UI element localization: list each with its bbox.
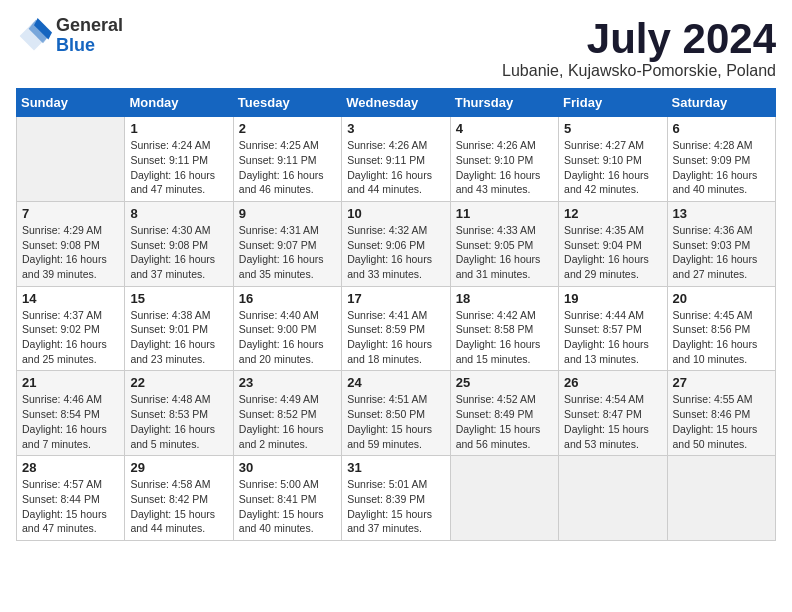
day-number: 16 — [239, 291, 336, 306]
day-info: Sunrise: 4:31 AM Sunset: 9:07 PM Dayligh… — [239, 223, 336, 282]
location-title: Lubanie, Kujawsko-Pomorskie, Poland — [502, 62, 776, 80]
calendar-body: 1Sunrise: 4:24 AM Sunset: 9:11 PM Daylig… — [17, 117, 776, 541]
day-info: Sunrise: 4:37 AM Sunset: 9:02 PM Dayligh… — [22, 308, 119, 367]
calendar-cell: 9Sunrise: 4:31 AM Sunset: 9:07 PM Daylig… — [233, 201, 341, 286]
calendar-cell: 8Sunrise: 4:30 AM Sunset: 9:08 PM Daylig… — [125, 201, 233, 286]
header-cell-sunday: Sunday — [17, 89, 125, 117]
day-info: Sunrise: 4:38 AM Sunset: 9:01 PM Dayligh… — [130, 308, 227, 367]
day-number: 31 — [347, 460, 444, 475]
day-number: 24 — [347, 375, 444, 390]
day-number: 19 — [564, 291, 661, 306]
day-number: 4 — [456, 121, 553, 136]
day-number: 30 — [239, 460, 336, 475]
day-number: 26 — [564, 375, 661, 390]
day-number: 27 — [673, 375, 770, 390]
day-number: 5 — [564, 121, 661, 136]
calendar-cell: 2Sunrise: 4:25 AM Sunset: 9:11 PM Daylig… — [233, 117, 341, 202]
day-info: Sunrise: 4:25 AM Sunset: 9:11 PM Dayligh… — [239, 138, 336, 197]
calendar-cell: 26Sunrise: 4:54 AM Sunset: 8:47 PM Dayli… — [559, 371, 667, 456]
day-number: 28 — [22, 460, 119, 475]
calendar-cell: 12Sunrise: 4:35 AM Sunset: 9:04 PM Dayli… — [559, 201, 667, 286]
day-number: 1 — [130, 121, 227, 136]
calendar-cell: 30Sunrise: 5:00 AM Sunset: 8:41 PM Dayli… — [233, 456, 341, 541]
day-info: Sunrise: 4:57 AM Sunset: 8:44 PM Dayligh… — [22, 477, 119, 536]
day-info: Sunrise: 4:41 AM Sunset: 8:59 PM Dayligh… — [347, 308, 444, 367]
calendar-cell: 14Sunrise: 4:37 AM Sunset: 9:02 PM Dayli… — [17, 286, 125, 371]
calendar-cell: 15Sunrise: 4:38 AM Sunset: 9:01 PM Dayli… — [125, 286, 233, 371]
calendar-cell: 11Sunrise: 4:33 AM Sunset: 9:05 PM Dayli… — [450, 201, 558, 286]
day-info: Sunrise: 4:46 AM Sunset: 8:54 PM Dayligh… — [22, 392, 119, 451]
calendar-cell: 23Sunrise: 4:49 AM Sunset: 8:52 PM Dayli… — [233, 371, 341, 456]
day-info: Sunrise: 4:49 AM Sunset: 8:52 PM Dayligh… — [239, 392, 336, 451]
logo-general: General — [56, 16, 123, 36]
day-number: 3 — [347, 121, 444, 136]
day-info: Sunrise: 4:36 AM Sunset: 9:03 PM Dayligh… — [673, 223, 770, 282]
logo-text: General Blue — [56, 16, 123, 56]
week-row-5: 28Sunrise: 4:57 AM Sunset: 8:44 PM Dayli… — [17, 456, 776, 541]
day-info: Sunrise: 4:51 AM Sunset: 8:50 PM Dayligh… — [347, 392, 444, 451]
calendar-cell: 13Sunrise: 4:36 AM Sunset: 9:03 PM Dayli… — [667, 201, 775, 286]
calendar-cell: 10Sunrise: 4:32 AM Sunset: 9:06 PM Dayli… — [342, 201, 450, 286]
day-number: 25 — [456, 375, 553, 390]
day-info: Sunrise: 4:26 AM Sunset: 9:11 PM Dayligh… — [347, 138, 444, 197]
logo-blue: Blue — [56, 36, 123, 56]
day-info: Sunrise: 5:01 AM Sunset: 8:39 PM Dayligh… — [347, 477, 444, 536]
day-info: Sunrise: 4:27 AM Sunset: 9:10 PM Dayligh… — [564, 138, 661, 197]
day-number: 17 — [347, 291, 444, 306]
day-number: 15 — [130, 291, 227, 306]
calendar-cell: 16Sunrise: 4:40 AM Sunset: 9:00 PM Dayli… — [233, 286, 341, 371]
calendar-cell: 22Sunrise: 4:48 AM Sunset: 8:53 PM Dayli… — [125, 371, 233, 456]
header-cell-saturday: Saturday — [667, 89, 775, 117]
header-cell-monday: Monday — [125, 89, 233, 117]
day-info: Sunrise: 4:55 AM Sunset: 8:46 PM Dayligh… — [673, 392, 770, 451]
calendar-cell: 18Sunrise: 4:42 AM Sunset: 8:58 PM Dayli… — [450, 286, 558, 371]
day-number: 21 — [22, 375, 119, 390]
month-title: July 2024 — [502, 16, 776, 62]
day-number: 29 — [130, 460, 227, 475]
calendar-cell: 19Sunrise: 4:44 AM Sunset: 8:57 PM Dayli… — [559, 286, 667, 371]
day-number: 2 — [239, 121, 336, 136]
day-info: Sunrise: 4:52 AM Sunset: 8:49 PM Dayligh… — [456, 392, 553, 451]
calendar-cell: 25Sunrise: 4:52 AM Sunset: 8:49 PM Dayli… — [450, 371, 558, 456]
day-number: 7 — [22, 206, 119, 221]
day-info: Sunrise: 4:58 AM Sunset: 8:42 PM Dayligh… — [130, 477, 227, 536]
week-row-3: 14Sunrise: 4:37 AM Sunset: 9:02 PM Dayli… — [17, 286, 776, 371]
page-header: General Blue July 2024 Lubanie, Kujawsko… — [16, 16, 776, 80]
calendar-cell: 4Sunrise: 4:26 AM Sunset: 9:10 PM Daylig… — [450, 117, 558, 202]
day-number: 22 — [130, 375, 227, 390]
day-number: 23 — [239, 375, 336, 390]
day-number: 14 — [22, 291, 119, 306]
calendar-cell: 3Sunrise: 4:26 AM Sunset: 9:11 PM Daylig… — [342, 117, 450, 202]
day-number: 10 — [347, 206, 444, 221]
day-number: 12 — [564, 206, 661, 221]
day-info: Sunrise: 4:45 AM Sunset: 8:56 PM Dayligh… — [673, 308, 770, 367]
calendar-cell — [450, 456, 558, 541]
day-number: 8 — [130, 206, 227, 221]
day-info: Sunrise: 4:44 AM Sunset: 8:57 PM Dayligh… — [564, 308, 661, 367]
header-row: SundayMondayTuesdayWednesdayThursdayFrid… — [17, 89, 776, 117]
calendar-cell: 21Sunrise: 4:46 AM Sunset: 8:54 PM Dayli… — [17, 371, 125, 456]
day-info: Sunrise: 4:28 AM Sunset: 9:09 PM Dayligh… — [673, 138, 770, 197]
day-info: Sunrise: 4:35 AM Sunset: 9:04 PM Dayligh… — [564, 223, 661, 282]
day-info: Sunrise: 4:40 AM Sunset: 9:00 PM Dayligh… — [239, 308, 336, 367]
calendar-cell: 20Sunrise: 4:45 AM Sunset: 8:56 PM Dayli… — [667, 286, 775, 371]
day-info: Sunrise: 4:32 AM Sunset: 9:06 PM Dayligh… — [347, 223, 444, 282]
day-info: Sunrise: 4:48 AM Sunset: 8:53 PM Dayligh… — [130, 392, 227, 451]
day-number: 6 — [673, 121, 770, 136]
day-number: 11 — [456, 206, 553, 221]
calendar-cell: 29Sunrise: 4:58 AM Sunset: 8:42 PM Dayli… — [125, 456, 233, 541]
calendar-header: SundayMondayTuesdayWednesdayThursdayFrid… — [17, 89, 776, 117]
day-info: Sunrise: 5:00 AM Sunset: 8:41 PM Dayligh… — [239, 477, 336, 536]
calendar-cell — [559, 456, 667, 541]
day-number: 13 — [673, 206, 770, 221]
day-info: Sunrise: 4:54 AM Sunset: 8:47 PM Dayligh… — [564, 392, 661, 451]
calendar-cell: 27Sunrise: 4:55 AM Sunset: 8:46 PM Dayli… — [667, 371, 775, 456]
week-row-2: 7Sunrise: 4:29 AM Sunset: 9:08 PM Daylig… — [17, 201, 776, 286]
calendar-cell: 6Sunrise: 4:28 AM Sunset: 9:09 PM Daylig… — [667, 117, 775, 202]
calendar-cell: 28Sunrise: 4:57 AM Sunset: 8:44 PM Dayli… — [17, 456, 125, 541]
logo: General Blue — [16, 16, 123, 56]
day-info: Sunrise: 4:33 AM Sunset: 9:05 PM Dayligh… — [456, 223, 553, 282]
header-cell-thursday: Thursday — [450, 89, 558, 117]
day-info: Sunrise: 4:42 AM Sunset: 8:58 PM Dayligh… — [456, 308, 553, 367]
title-block: July 2024 Lubanie, Kujawsko-Pomorskie, P… — [502, 16, 776, 80]
